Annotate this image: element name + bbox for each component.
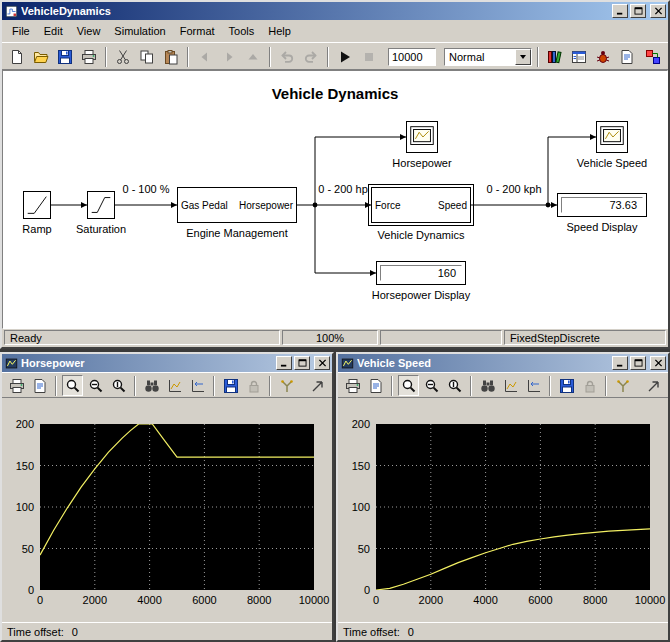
autoscale-button[interactable] [141,375,162,396]
up-to-parent-button[interactable] [242,46,264,68]
vehicle-speed-plot[interactable] [376,424,650,590]
start-simulation-button[interactable] [334,46,356,68]
save-model-button[interactable] [54,46,76,68]
block-speed-display[interactable]: 73.63 [557,193,647,217]
floppy-save-button[interactable] [220,375,241,396]
signal-selection-button[interactable] [276,375,297,396]
close-button[interactable] [650,356,666,370]
x-axis-tick-label: 6000 [182,594,226,606]
y-axis-tick-label: 50 [2,543,34,555]
y-axis-tick-label: 0 [338,584,370,596]
toolbar-separator [537,47,539,67]
time-offset-label: Time offset: [7,626,64,638]
sim-stop-time-input[interactable] [388,48,436,66]
scope-window-horsepower: Horsepower 05010015020002000400060008000… [0,352,334,642]
titlebar[interactable]: Vehicle Speed [338,354,668,372]
ramp-icon [24,192,50,218]
block-vehicle-dynamics[interactable]: Force Speed [371,187,471,223]
print-button[interactable] [342,375,363,396]
model-canvas[interactable]: Vehicle Dynamics Ramp Saturation 0 - 100… [2,70,668,329]
maximize-button[interactable] [630,356,646,370]
print-button[interactable] [78,46,100,68]
floppy-save-button[interactable] [556,375,577,396]
block-ramp[interactable] [23,191,51,219]
save-axes-button[interactable] [500,375,521,396]
menu-format[interactable]: Format [173,23,222,39]
zoom-button[interactable] [62,375,83,396]
titlebar[interactable]: Horsepower [2,354,332,372]
autoscale-button[interactable] [477,375,498,396]
maximize-button[interactable] [294,356,310,370]
menu-tools[interactable]: Tools [222,23,262,39]
library-browser-button[interactable] [544,46,566,68]
zoom-y-button[interactable] [108,375,129,396]
lock-axes-button[interactable] [243,375,264,396]
x-axis-tick-label: 0 [18,594,62,606]
minimize-button[interactable] [612,4,628,18]
restore-axes-button[interactable] [187,375,208,396]
menu-edit[interactable]: Edit [37,23,70,39]
menu-view[interactable]: View [70,23,108,39]
sim-mode-select[interactable]: Normal [444,48,532,66]
close-button[interactable] [314,356,330,370]
block-engine-management[interactable]: Gas Pedal Horsepower [177,187,297,223]
zoom-y-button[interactable] [444,375,465,396]
zoom-x-button[interactable] [421,375,442,396]
signal-selection-button[interactable] [612,375,633,396]
new-model-button[interactable] [6,46,28,68]
scope-screen-icon [597,122,627,152]
simulink-library-button[interactable] [642,46,664,68]
lock-axes-button[interactable] [579,375,600,396]
save-axes-button[interactable] [164,375,185,396]
signal-label-saturation-out: 0 - 100 % [113,183,179,195]
zoom-button[interactable] [398,375,419,396]
block-horsepower-display[interactable]: 160 [376,261,466,285]
forward-button[interactable] [218,46,240,68]
model-browser-button[interactable] [568,46,590,68]
menu-file[interactable]: File [5,23,37,39]
zoom-x-button[interactable] [85,375,106,396]
dock-scope-button[interactable] [643,375,664,396]
menu-simulation[interactable]: Simulation [107,23,172,39]
status-empty [380,330,502,345]
block-horsepower-scope[interactable] [406,121,438,153]
report-button[interactable] [616,46,638,68]
x-axis-tick-label: 10000 [292,594,334,606]
block-saturation[interactable] [87,191,115,219]
restore-axes-button[interactable] [523,375,544,396]
maximize-button[interactable] [630,4,646,18]
toolbar-separator [105,47,107,67]
back-button[interactable] [194,46,216,68]
x-axis-tick-label: 8000 [573,594,617,606]
undo-button[interactable] [276,46,298,68]
close-button[interactable] [650,4,666,18]
scope-parameters-button[interactable] [29,375,50,396]
print-button[interactable] [6,375,27,396]
debugger-button[interactable] [592,46,614,68]
open-model-button[interactable] [30,46,52,68]
scope-icon [340,356,354,370]
horsepower-plot[interactable] [40,424,314,590]
dock-scope-button[interactable] [307,375,328,396]
titlebar[interactable]: VehicleDynamics [2,2,668,20]
minimize-button[interactable] [612,356,628,370]
scope-statusbar: Time offset: 0 [2,622,332,640]
dropdown-arrow-icon[interactable] [515,49,531,65]
cut-button[interactable] [112,46,134,68]
x-axis-tick-label: 10000 [628,594,670,606]
copy-button[interactable] [136,46,158,68]
signal-label-vehicle-out: 0 - 200 kph [481,183,547,195]
status-state: Ready [4,330,280,345]
minimize-button[interactable] [276,356,292,370]
redo-button[interactable] [300,46,322,68]
menu-help[interactable]: Help [261,23,298,39]
speed-display-value: 73.63 [561,197,643,213]
y-axis-tick-label: 0 [2,584,34,596]
toolbar-separator [134,376,136,396]
stop-simulation-button[interactable] [358,46,380,68]
block-vehicle-speed-scope[interactable] [596,121,628,153]
simulink-model-icon [4,4,18,18]
scope-parameters-button[interactable] [365,375,386,396]
paste-button[interactable] [160,46,182,68]
toolbar-separator [327,47,329,67]
